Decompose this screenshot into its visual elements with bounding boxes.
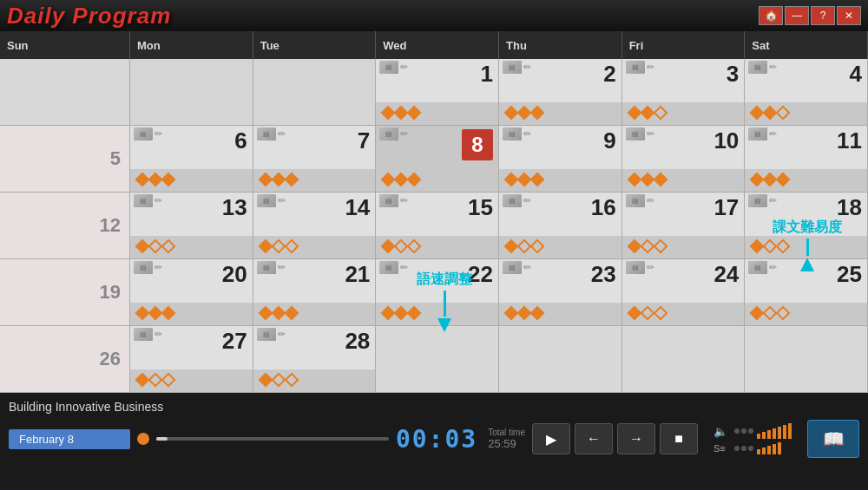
title-bar: Daily Program 🏠 — ? ✕ xyxy=(0,0,868,31)
cell-sun-19: 19 xyxy=(0,259,130,325)
progress-area xyxy=(137,433,389,445)
cell-sun-26: 26 xyxy=(0,326,130,392)
cell-wed-8-selected[interactable]: ▤ ✏ 8 xyxy=(376,126,499,192)
cell-fri-24[interactable]: ▤✏ 24 xyxy=(622,259,746,325)
cell-empty-sun1 xyxy=(0,59,130,125)
cell-thu-2[interactable]: ▤ ✏ 2 xyxy=(499,59,622,125)
week-row-5: 26 ▤✏ 27 ▤✏ 28 xyxy=(0,326,868,393)
cell-fri-10[interactable]: ▤ ✏ 10 xyxy=(622,126,746,192)
vbar-1 xyxy=(757,434,760,439)
forward-button[interactable]: → xyxy=(617,423,655,454)
sbar-1 xyxy=(757,449,760,454)
header-sun: Sun xyxy=(0,31,130,59)
volume-dots[interactable] xyxy=(734,428,753,434)
cell-empty-wed5 xyxy=(376,326,499,392)
progress-fill xyxy=(156,437,168,441)
sbar-2 xyxy=(762,448,766,454)
calendar-section: Sun Mon Tue Wed Thu Fri Sat ▤ ✏ xyxy=(0,31,868,393)
spd-dot-2 xyxy=(741,446,746,451)
sbar-4 xyxy=(773,444,776,454)
cell-mon-27[interactable]: ▤✏ 27 xyxy=(130,326,253,392)
vbar-3 xyxy=(767,430,771,439)
cell-tue-21[interactable]: ▤✏ 21 xyxy=(253,259,377,325)
sbar-5 xyxy=(778,442,781,454)
volume-row: 🔈 xyxy=(713,423,792,439)
speed-dots[interactable] xyxy=(734,446,753,451)
vbar-5 xyxy=(778,427,781,439)
cell-empty-thu5 xyxy=(499,326,622,392)
cell-mon-13[interactable]: ▤✏ 13 xyxy=(130,193,253,258)
cell-wed-15[interactable]: ▤✏ 15 xyxy=(376,193,499,258)
lower-controls: February 8 00:03 Total time 25:59 ▶ ← → … xyxy=(9,420,859,458)
back-button[interactable]: ← xyxy=(575,423,613,454)
vbar-6 xyxy=(783,425,786,439)
av-controls: 🔈 xyxy=(713,423,792,454)
spd-dot-3 xyxy=(748,446,753,451)
week-row-2: 5 ▤ ✏ 6 xyxy=(0,126,868,193)
header-mon: Mon xyxy=(130,31,253,59)
current-time: 00:03 xyxy=(396,425,477,454)
program-title: Building Innovative Business xyxy=(9,398,859,415)
cell-mon-6[interactable]: ▤ ✏ 6 xyxy=(130,126,253,192)
vol-dot-3 xyxy=(748,428,753,434)
cell-mon-20[interactable]: ▤✏ 20 xyxy=(130,259,253,325)
progress-bar[interactable] xyxy=(156,437,389,441)
vbar-4 xyxy=(773,428,776,439)
cell-wed-1[interactable]: ▤ ✏ 1 xyxy=(376,59,499,125)
vol-dot-2 xyxy=(741,428,746,434)
window-controls: 🏠 — ? ✕ xyxy=(759,6,861,25)
cell-empty-fri5 xyxy=(622,326,746,392)
speed-row: S≡ xyxy=(713,442,792,454)
cell-thu-23[interactable]: ▤✏ 23 xyxy=(499,259,622,325)
vol-dot-1 xyxy=(734,428,740,434)
vbar-7 xyxy=(788,423,792,439)
progress-handle[interactable] xyxy=(137,433,149,445)
week-row-1: ▤ ✏ 1 ▤ ✏ xyxy=(0,59,868,126)
vbar-2 xyxy=(762,432,766,439)
cell-empty-tue1 xyxy=(253,59,377,125)
stop-button[interactable]: ■ xyxy=(660,423,698,454)
close-button[interactable]: ✕ xyxy=(837,6,861,25)
cell-sat-25[interactable]: ▤✏ 25 xyxy=(745,259,868,325)
cell-fri-3[interactable]: ▤ ✏ 3 xyxy=(622,59,746,125)
date-dropdown[interactable]: February 8 xyxy=(9,429,130,449)
book-button[interactable]: 📖 xyxy=(807,420,859,458)
cell-sun-5: 5 xyxy=(0,126,130,192)
home-button[interactable]: 🏠 xyxy=(759,6,783,25)
cell-sat-18[interactable]: ▤✏ 18 xyxy=(745,193,868,258)
volume-icon: 🔈 xyxy=(713,425,731,438)
header-sat: Sat xyxy=(745,31,868,59)
spd-dot-1 xyxy=(734,446,740,451)
volume-bars xyxy=(757,423,792,439)
app-title: Daily Program xyxy=(7,3,171,29)
week-row-4: 19 ▤✏ 20 ▤✏ 21 xyxy=(0,259,868,326)
sbar-3 xyxy=(767,446,771,454)
cell-empty-mon1 xyxy=(130,59,253,125)
cell-sat-11[interactable]: ▤ ✏ 11 xyxy=(745,126,868,192)
speed-bars xyxy=(757,442,781,454)
header-fri: Fri xyxy=(622,31,746,59)
minimize-button[interactable]: — xyxy=(785,6,809,25)
play-button[interactable]: ▶ xyxy=(532,423,570,454)
header-tue: Tue xyxy=(253,31,377,59)
cell-thu-9[interactable]: ▤ ✏ 9 xyxy=(499,126,622,192)
header-thu: Thu xyxy=(499,31,622,59)
cell-wed-22[interactable]: ▤✏ 22 xyxy=(376,259,499,325)
cell-tue-28[interactable]: ▤✏ 28 xyxy=(253,326,377,392)
cell-tue-14[interactable]: ▤✏ 14 xyxy=(253,193,377,258)
total-time-block: Total time 25:59 xyxy=(488,428,525,450)
speed-icon: S≡ xyxy=(713,443,731,454)
playback-buttons: ▶ ← → ■ xyxy=(532,423,698,454)
cell-sun-12: 12 xyxy=(0,193,130,258)
cell-tue-7[interactable]: ▤ ✏ 7 xyxy=(253,126,377,192)
cell-sat-4[interactable]: ▤ ✏ 4 xyxy=(745,59,868,125)
total-time: 25:59 xyxy=(488,437,516,450)
cell-fri-17[interactable]: ▤✏ 17 xyxy=(622,193,746,258)
cell-empty-sat5 xyxy=(745,326,868,392)
app-wrapper: Daily Program 🏠 — ? ✕ Sun Mon Tue Wed Th… xyxy=(0,0,868,490)
cell-thu-16[interactable]: ▤✏ 16 xyxy=(499,193,622,258)
total-time-label: Total time xyxy=(488,428,525,437)
day-headers: Sun Mon Tue Wed Thu Fri Sat xyxy=(0,31,868,59)
week-row-3: 12 ▤✏ 13 ▤✏ 14 xyxy=(0,193,868,259)
help-button[interactable]: ? xyxy=(811,6,835,25)
